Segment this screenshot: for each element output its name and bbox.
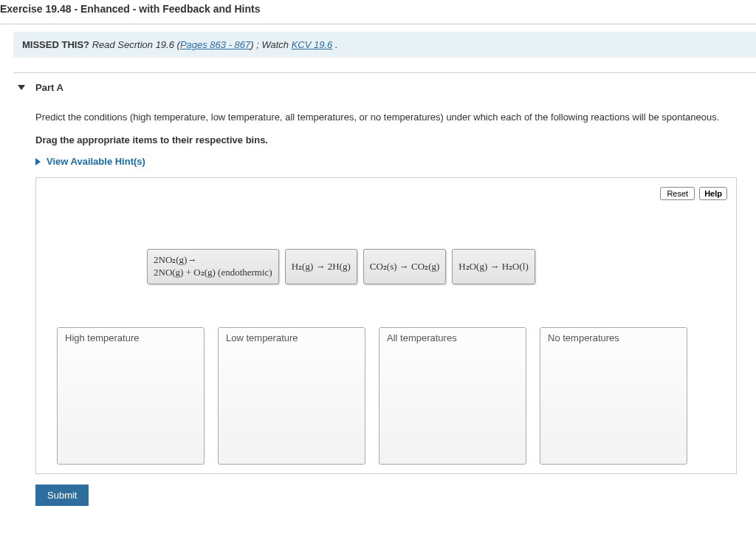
watch-link[interactable]: KCV 19.6	[292, 39, 333, 50]
help-button[interactable]: Help	[699, 187, 727, 200]
part-title: Part A	[35, 82, 63, 93]
tail: .	[332, 39, 337, 50]
item-line2: 2NO(g) + O₂(g) (endothermic)	[154, 267, 272, 279]
workspace-buttons: Reset Help	[660, 187, 727, 200]
draggable-item[interactable]: 2NO₂(g)→ 2NO(g) + O₂(g) (endothermic)	[147, 249, 279, 284]
read-suffix: ) ; Watch	[250, 39, 291, 50]
draggable-item[interactable]: H₂O(g) → H₂O(l)	[452, 249, 535, 284]
item-line1: H₂O(g) → H₂O(l)	[458, 261, 528, 273]
item-line1: CO₂(s) → CO₂(g)	[370, 261, 440, 273]
chevron-right-icon	[35, 158, 41, 165]
bin-all-temp[interactable]: All temperatures	[379, 327, 526, 465]
workspace: Reset Help 2NO₂(g)→ 2NO(g) + O₂(g) (endo…	[35, 177, 737, 474]
pages-link[interactable]: Pages 863 - 867	[180, 39, 250, 50]
hints-label: View Available Hint(s)	[47, 156, 145, 167]
hints-toggle[interactable]: View Available Hint(s)	[35, 156, 756, 167]
bin-no-temp[interactable]: No temperatures	[540, 327, 687, 465]
bin-high-temp[interactable]: High temperature	[57, 327, 205, 465]
draggable-item[interactable]: H₂(g) → 2H(g)	[285, 249, 357, 284]
chevron-down-icon	[18, 85, 25, 90]
item-line1: 2NO₂(g)→	[154, 254, 272, 267]
missed-banner: MISSED THIS? Read Secrtion 19.6 (Pages 8…	[13, 32, 756, 58]
page-title: Exercise 19.48 - Enhanced - with Feedbac…	[0, 0, 756, 24]
bins-row: High temperature Low temperature All tem…	[57, 327, 687, 465]
missed-text: Read Secrtion 19.6 (Pages 863 - 867) ; W…	[92, 39, 338, 50]
submit-button[interactable]: Submit	[35, 485, 89, 506]
part-body: Predict the conditions (high temperature…	[13, 102, 756, 506]
bin-low-temp[interactable]: Low temperature	[218, 327, 365, 465]
part-header[interactable]: Part A	[13, 73, 756, 102]
draggable-items-row: 2NO₂(g)→ 2NO(g) + O₂(g) (endothermic) H₂…	[147, 249, 535, 284]
prompt-text: Predict the conditions (high temperature…	[35, 111, 756, 124]
part-container: Part A Predict the conditions (high temp…	[13, 72, 756, 506]
reset-button[interactable]: Reset	[660, 187, 695, 200]
missed-label: MISSED THIS?	[22, 39, 89, 50]
read-prefix: Read Secrtion 19.6 (	[92, 39, 180, 50]
draggable-item[interactable]: CO₂(s) → CO₂(g)	[363, 249, 447, 284]
item-line1: H₂(g) → 2H(g)	[292, 261, 351, 273]
instruction-text: Drag the appropriate items to their resp…	[35, 134, 756, 146]
